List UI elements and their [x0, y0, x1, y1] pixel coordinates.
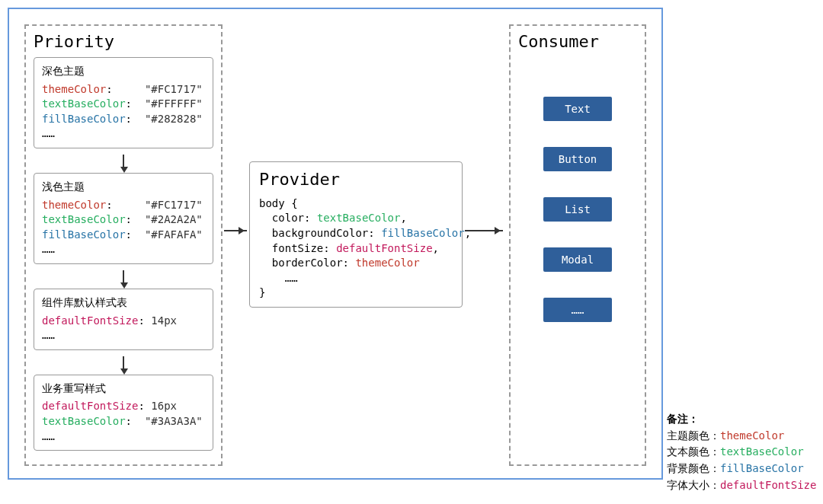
ellipsis: …… [42, 429, 205, 445]
token-key: themeColor [42, 199, 106, 211]
priority-theme-box: 浅色主题themeColor: "#FC1717"textBaseColor: … [34, 173, 213, 264]
css-decl-line: fontSize: defaultFontSize, [259, 241, 453, 257]
legend-token: textBaseColor [720, 445, 804, 458]
consumer-title: Consumer [518, 32, 637, 51]
ellipsis: …… [259, 271, 453, 286]
css-token: fillBaseColor [381, 227, 465, 239]
arrow-provider-to-consumer [465, 230, 503, 231]
theme-box-title: 浅色主题 [42, 180, 205, 195]
consumer-section: Consumer TextButtonListModal…… [509, 24, 646, 466]
provider-box: Provider body { color: textBaseColor, ba… [249, 161, 463, 308]
arrow-down-icon [34, 153, 213, 173]
token-key: textBaseColor [42, 415, 126, 427]
token-key: textBaseColor [42, 97, 126, 110]
consumer-component-……: …… [543, 298, 612, 322]
theme-prop-line: fillBaseColor: "#FAFAFA" [42, 228, 205, 243]
priority-theme-box: 组件库默认样式表defaultFontSize: 14px…… [34, 289, 213, 350]
token-value: "#282828" [145, 113, 203, 125]
priority-title: Priority [34, 32, 213, 51]
token-key: themeColor [42, 83, 106, 95]
arrow-priority-to-provider [224, 230, 247, 231]
theme-prop-line: themeColor: "#FC1717" [42, 198, 205, 213]
token-key: fillBaseColor [42, 113, 126, 125]
token-value: "#FC1717" [145, 83, 203, 95]
css-selector-open: body { [259, 196, 453, 212]
legend-token: defaultFontSize [720, 479, 816, 491]
token-value: "#FAFAFA" [145, 228, 203, 241]
token-value: "#FC1717" [145, 199, 203, 211]
diagram-frame: Priority 深色主题themeColor: "#FC1717"textBa… [8, 8, 663, 480]
css-selector-close: } [259, 285, 453, 301]
token-key: fillBaseColor [42, 228, 126, 241]
token-value: 16px [151, 400, 177, 412]
arrow-down-icon [34, 269, 213, 289]
legend-header: 备注： [667, 411, 816, 428]
priority-theme-box: 业务重写样式defaultFontSize: 16pxtextBaseColor… [34, 375, 213, 451]
css-decl-line: backgroundColor: fillBaseColor, [259, 226, 453, 241]
theme-box-title: 业务重写样式 [42, 381, 205, 397]
theme-prop-line: fillBaseColor: "#282828" [42, 112, 205, 127]
legend-token: themeColor [720, 429, 784, 442]
provider-title: Provider [259, 168, 453, 192]
token-value: "#3A3A3A" [145, 415, 203, 427]
token-value: "#2A2A2A" [145, 213, 203, 225]
css-prop: color [272, 212, 304, 224]
theme-box-title: 组件库默认样式表 [42, 295, 205, 311]
css-decl-line: borderColor: themeColor [259, 256, 453, 271]
token-key: textBaseColor [42, 213, 126, 225]
consumer-component-modal: Modal [543, 247, 612, 272]
ellipsis: …… [42, 242, 205, 257]
consumer-component-list: List [543, 197, 612, 222]
token-value: 14px [151, 314, 177, 327]
css-token: themeColor [355, 257, 419, 269]
legend-row: 字体大小：defaultFontSize [667, 477, 816, 494]
css-token: defaultFontSize [336, 242, 432, 254]
css-prop: backgroundColor [272, 227, 368, 239]
priority-section: Priority 深色主题themeColor: "#FC1717"textBa… [24, 24, 223, 466]
token-key: defaultFontSize [42, 400, 138, 412]
legend-row: 主题颜色：themeColor [667, 428, 816, 445]
css-prop: fontSize [272, 242, 323, 254]
arrow-down-icon [34, 355, 213, 375]
token-key: defaultFontSize [42, 314, 138, 327]
ellipsis: …… [42, 126, 205, 142]
legend-label: 文本颜色： [667, 445, 720, 458]
consumer-component-button: Button [543, 147, 612, 171]
theme-prop-line: textBaseColor: "#3A3A3A" [42, 414, 205, 429]
css-token: textBaseColor [317, 212, 401, 224]
legend-row: 文本颜色：textBaseColor [667, 444, 816, 461]
token-value: "#FFFFFF" [145, 97, 203, 110]
legend-label: 字体大小： [667, 479, 720, 491]
legend-label: 主题颜色： [667, 429, 720, 442]
legend-label: 背景颜色： [667, 462, 720, 474]
ellipsis: …… [42, 328, 205, 343]
theme-prop-line: defaultFontSize: 14px [42, 314, 205, 329]
legend-row: 背景颜色：fillBaseColor [667, 461, 816, 477]
css-decl-line: color: textBaseColor, [259, 211, 453, 226]
theme-prop-line: textBaseColor: "#2A2A2A" [42, 212, 205, 228]
theme-prop-line: themeColor: "#FC1717" [42, 82, 205, 97]
theme-box-title: 深色主题 [42, 64, 205, 79]
legend: 备注： 主题颜色：themeColor文本颜色：textBaseColor背景颜… [667, 411, 816, 493]
css-prop: borderColor [272, 257, 343, 269]
legend-token: fillBaseColor [720, 462, 804, 474]
theme-prop-line: textBaseColor: "#FFFFFF" [42, 97, 205, 112]
priority-theme-box: 深色主题themeColor: "#FC1717"textBaseColor: … [34, 57, 213, 148]
consumer-component-text: Text [543, 97, 612, 121]
theme-prop-line: defaultFontSize: 16px [42, 399, 205, 414]
